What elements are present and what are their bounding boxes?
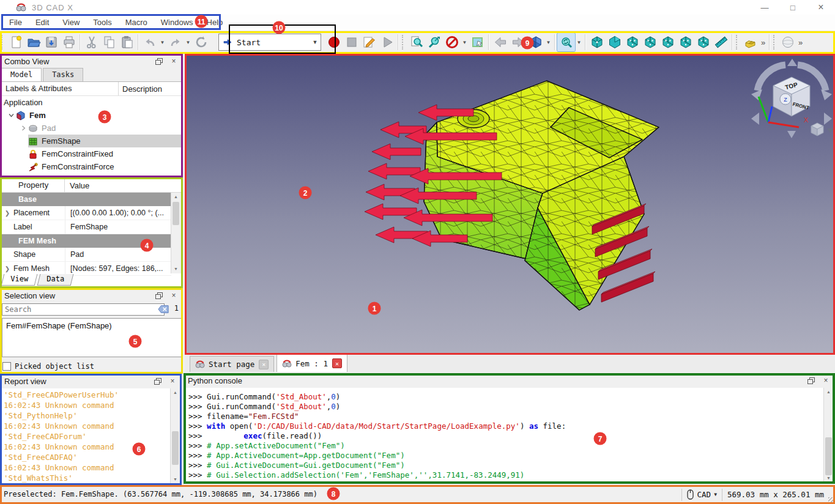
report-scrollbar[interactable]: ▲ ▼	[170, 388, 180, 484]
redo-icon[interactable]	[166, 33, 184, 51]
tree-item-label[interactable]: FemShape	[42, 136, 81, 146]
property-group-fem-mesh[interactable]: FEM Mesh	[1, 234, 171, 248]
view-front-icon[interactable]	[606, 33, 623, 51]
record-macro-icon[interactable]	[325, 33, 343, 51]
scroll-down-icon[interactable]: ▼	[171, 265, 180, 273]
scroll-down-icon[interactable]: ▼	[824, 474, 833, 483]
search-input[interactable]	[2, 303, 165, 316]
menu-macro[interactable]: Macro	[119, 15, 154, 31]
close-panel-icon[interactable]: ×	[169, 57, 179, 65]
column-value[interactable]: Value	[65, 181, 89, 190]
scroll-up-icon[interactable]: ▲	[171, 193, 180, 201]
float-panel-icon[interactable]	[154, 291, 164, 300]
close-tab-icon[interactable]: ✕	[259, 360, 269, 369]
close-panel-icon[interactable]: ×	[821, 376, 831, 385]
draw-style-icon[interactable]	[443, 33, 461, 51]
toolbar-drag-handle[interactable]	[1, 35, 6, 50]
navigation-style-dropdown[interactable]: CAD▼	[697, 490, 717, 499]
tab-view[interactable]: View	[1, 274, 38, 286]
maximize-button[interactable]: □	[779, 0, 807, 15]
tab-data[interactable]: Data	[37, 274, 74, 286]
picked-object-list-checkbox[interactable]: Picked object list	[2, 362, 94, 371]
view-bottom-icon[interactable]	[677, 33, 694, 51]
view-rear-icon[interactable]	[659, 33, 677, 51]
scroll-down-icon[interactable]: ▼	[171, 475, 180, 484]
selection-list[interactable]: Fem#FemShape (FemShape)	[2, 318, 182, 357]
float-panel-icon[interactable]	[806, 376, 816, 385]
menu-edit[interactable]: Edit	[29, 15, 56, 31]
sync-view-more[interactable]: ▼	[575, 33, 583, 51]
view-top-icon[interactable]	[623, 33, 641, 51]
toolbar-drag-handle[interactable]	[773, 35, 777, 50]
column-labels-attributes[interactable]: Labels & Attributes	[1, 82, 119, 95]
isometric-more[interactable]: ▼	[544, 33, 552, 51]
print-icon[interactable]	[60, 33, 78, 51]
tree-item-femconstraintforce[interactable]: FemConstraintForce	[1, 160, 182, 173]
undo-more[interactable]: ▼	[158, 33, 166, 51]
toolbar-drag-handle[interactable]	[736, 35, 740, 50]
console-prompt[interactable]: >>>	[185, 480, 834, 483]
view-left-icon[interactable]	[694, 33, 712, 51]
document-tab-label[interactable]: Start page	[209, 360, 254, 369]
overflow[interactable]: »	[759, 33, 767, 51]
column-property[interactable]: Property	[1, 179, 65, 192]
workbench-selector[interactable]: Start▼	[218, 34, 321, 51]
close-button[interactable]: ×	[807, 0, 835, 15]
overflow[interactable]: »	[796, 33, 804, 51]
bounding-box-icon[interactable]	[469, 33, 486, 51]
measure-icon[interactable]	[712, 33, 730, 51]
copy-icon[interactable]	[100, 33, 118, 51]
minimize-button[interactable]: —	[751, 0, 779, 15]
tree-item-fem[interactable]: Fem	[1, 109, 182, 122]
fit-all-icon[interactable]	[407, 33, 425, 51]
fem-scene[interactable]: TOP FRONT Z X	[185, 54, 835, 354]
clear-search-icon[interactable]	[158, 305, 169, 314]
checkbox-icon[interactable]	[2, 362, 11, 371]
menu-help[interactable]: Help	[200, 15, 230, 31]
menu-view[interactable]: View	[56, 15, 86, 31]
document-tab-label[interactable]: Fem : 1	[295, 359, 328, 368]
tab-tasks[interactable]: Tasks	[43, 68, 83, 81]
property-row-shape[interactable]: ShapePad	[1, 248, 171, 262]
draw-style-more[interactable]: ▼	[461, 33, 469, 51]
tree-item-femconstraintfixed[interactable]: FemConstraintFixed	[1, 147, 182, 160]
property-row-placement[interactable]: ❯Placement[(0.00 0.00 1.00); 0.00 °; (..…	[1, 206, 171, 220]
tree-item-label[interactable]: FemConstraintFixed	[42, 149, 113, 158]
property-value[interactable]: [Nodes: 597, Edges: 186,...	[65, 264, 171, 273]
python-console-log[interactable]: >>> Gui.runCommand('Std_About',0)>>> Gui…	[185, 388, 834, 483]
tree-item-label[interactable]: Fem	[29, 111, 46, 120]
console-scrollbar[interactable]: ▲ ▼	[823, 388, 833, 483]
property-value[interactable]: FemShape	[65, 223, 171, 231]
tree-item-label[interactable]: Pad	[42, 124, 56, 133]
nav-back-icon[interactable]	[491, 33, 509, 51]
menu-file[interactable]: File	[2, 15, 29, 31]
property-group-base[interactable]: Base	[1, 193, 171, 206]
close-panel-icon[interactable]: ×	[169, 291, 179, 300]
tree-item-femshape[interactable]: FemShape	[1, 135, 182, 147]
property-value[interactable]: Pad	[65, 250, 171, 259]
document-tab-fem-1[interactable]: Fem : 1✕	[276, 354, 347, 372]
redo-more[interactable]: ▼	[184, 33, 192, 51]
paste-icon[interactable]	[118, 33, 136, 51]
chevron-expanded-icon[interactable]	[6, 111, 16, 120]
fit-selection-icon[interactable]	[425, 33, 443, 51]
menu-windows[interactable]: Windows	[154, 15, 200, 31]
float-panel-icon[interactable]	[153, 377, 163, 385]
nav-forward-icon[interactable]	[509, 33, 527, 51]
toolbar-drag-handle[interactable]	[402, 35, 406, 50]
scroll-up-icon[interactable]: ▲	[824, 388, 833, 396]
selection-list-item[interactable]: Fem#FemShape (FemShape)	[2, 319, 181, 333]
scroll-up-icon[interactable]: ▲	[171, 388, 180, 397]
expand-icon[interactable]: ❯	[1, 210, 13, 217]
view-right-icon[interactable]	[641, 33, 659, 51]
sphere-tool-icon[interactable]	[779, 33, 796, 51]
expand-icon[interactable]: ❯	[1, 265, 13, 272]
property-value[interactable]: [(0.00 0.00 1.00); 0.00 °; (...	[65, 209, 171, 217]
property-scrollbar[interactable]: ▲ ▼	[171, 193, 181, 273]
run-macro-icon[interactable]	[378, 33, 396, 51]
float-panel-icon[interactable]	[154, 57, 164, 65]
isometric-view-icon[interactable]	[527, 33, 544, 51]
save-file-icon[interactable]	[42, 33, 60, 51]
new-file-icon[interactable]	[7, 33, 24, 51]
property-row-label[interactable]: LabelFemShape	[1, 220, 171, 234]
